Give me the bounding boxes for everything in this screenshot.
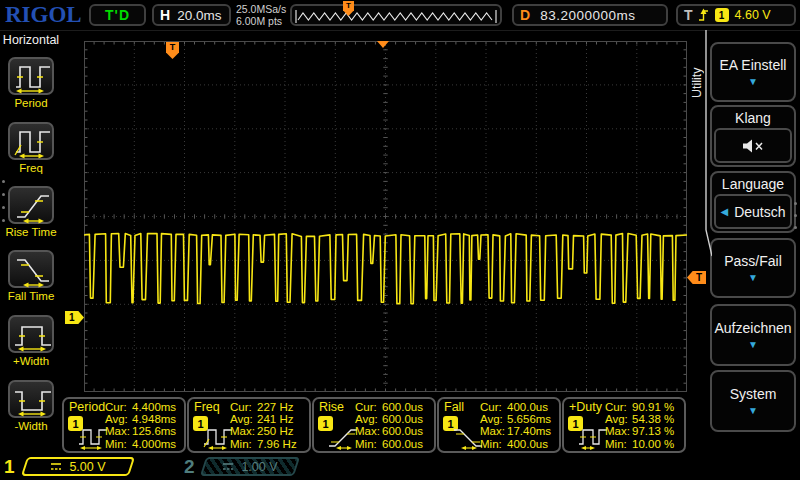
menu-scroll-dot bbox=[794, 214, 797, 217]
menu-label-pwidth: +Width bbox=[0, 355, 62, 367]
menu-scroll-dot bbox=[2, 219, 5, 222]
menu-button-system[interactable]: System ▼ bbox=[710, 370, 796, 432]
channel2-scale-value: 1.00 V bbox=[241, 460, 277, 474]
trigger-label: T bbox=[684, 7, 693, 23]
menu-button-nwidth[interactable] bbox=[8, 380, 54, 418]
left-menu-title: Horizontal bbox=[0, 33, 62, 47]
rigol-logo: RIGOL bbox=[5, 2, 82, 28]
trigger-level-value: 4.60 V bbox=[735, 8, 771, 22]
horizontal-reference-marker bbox=[377, 41, 389, 48]
measurement-stats: Cur:400.0us Avg:5.656ms Max:17.40ms Min:… bbox=[480, 401, 556, 450]
chevron-down-icon: ▼ bbox=[748, 273, 758, 283]
measurement-panel-rise: Rise 1 Cur:600.0us Avg:600.0us Max:600.0… bbox=[312, 397, 436, 453]
channel1-ground-marker[interactable]: 1 bbox=[65, 311, 84, 324]
measurement-panel-period: Period 1 Cur:4.400ms Avg:4.948ms Max:125… bbox=[62, 397, 186, 453]
menu-button-language[interactable]: Language ◀ Deutsch bbox=[710, 171, 796, 233]
memory-depth: 6.00M pts bbox=[236, 15, 286, 27]
sample-rate: 25.0MSa/s bbox=[236, 3, 286, 15]
measurement-name: Period bbox=[69, 400, 105, 414]
trigger-box: T 1 4.60 V bbox=[676, 4, 796, 26]
chevron-down-icon: ▼ bbox=[748, 77, 758, 87]
measurement-panel-fall: Fall 1 Cur:400.0us Avg:5.656ms Max:17.40… bbox=[437, 397, 561, 453]
measurement-stats: Cur:4.400ms Avg:4.948ms Max:125.6ms Min:… bbox=[105, 401, 181, 450]
plus-width-icon bbox=[10, 315, 52, 353]
measurement-name: Rise bbox=[319, 400, 344, 414]
menu-button-ea-einstell[interactable]: EA Einstell ▼ bbox=[710, 42, 796, 102]
menu-button-pwidth[interactable] bbox=[8, 315, 54, 353]
channel1-scale-value: 5.00 V bbox=[69, 460, 105, 474]
menu-label-nwidth: -Width bbox=[0, 420, 62, 432]
minus-width-icon bbox=[10, 380, 52, 418]
utility-tab-outline bbox=[686, 30, 712, 262]
measurement-stats: Cur:227 Hz Avg:241 Hz Max:250 Hz Min:7.9… bbox=[230, 401, 306, 450]
horizontal-label: H bbox=[160, 7, 170, 23]
menu-label-rise-time: Rise Time bbox=[0, 226, 62, 238]
oscilloscope-screen: RIGOL T'D H 20.0ms 25.0MSa/s 6.00M pts T… bbox=[0, 0, 800, 480]
rise-time-icon bbox=[10, 186, 52, 224]
menu-label-period: Period bbox=[0, 97, 62, 109]
menu-button-label: Klang bbox=[714, 109, 792, 128]
channel2-number[interactable]: 2 bbox=[184, 456, 195, 478]
language-select-button[interactable]: ◀ Deutsch bbox=[714, 194, 792, 229]
menu-scroll-dot bbox=[2, 206, 5, 209]
measurement-panel-freq: Freq 1 Cur:227 Hz Avg:241 Hz Max:250 Hz … bbox=[187, 397, 311, 453]
channel1-scale[interactable]: 5.00 V bbox=[21, 457, 135, 476]
language-value: Deutsch bbox=[734, 204, 785, 220]
menu-button-freq[interactable] bbox=[8, 122, 54, 160]
menu-button-period[interactable] bbox=[8, 57, 54, 95]
measurement-panel-duty: +Duty 1 Cur:90.91 % Avg:54.38 % Max:97.1… bbox=[562, 397, 686, 453]
left-softkey-menu: Horizontal Period Freq bbox=[0, 30, 62, 455]
menu-button-fall-time[interactable] bbox=[8, 250, 54, 288]
menu-button-klang[interactable]: Klang bbox=[710, 105, 796, 167]
measurement-name: Freq bbox=[194, 400, 220, 414]
menu-button-aufzeichnen[interactable]: Aufzeichnen ▼ bbox=[710, 304, 796, 366]
menu-label-fall-time: Fall Time bbox=[0, 290, 62, 302]
menu-button-label: System bbox=[730, 386, 777, 402]
timebase-value: 20.0ms bbox=[177, 8, 221, 23]
chevron-down-icon: ▼ bbox=[748, 340, 758, 350]
fall-time-icon bbox=[10, 250, 52, 288]
acquisition-info: 25.0MSa/s 6.00M pts bbox=[236, 3, 286, 27]
channel-status-bar: 1 5.00 V 2 1.00 V bbox=[0, 455, 800, 480]
measurement-stats: Cur:600.0us Avg:600.0us Max:600.0us Min:… bbox=[355, 401, 431, 450]
rising-edge-icon bbox=[697, 7, 710, 23]
status-bar: RIGOL T'D H 20.0ms 25.0MSa/s 6.00M pts T… bbox=[0, 0, 800, 31]
trigger-status-box: T'D bbox=[89, 4, 146, 26]
menu-scroll-dot bbox=[2, 180, 5, 183]
freq-icon bbox=[10, 122, 52, 160]
measurement-stats: Cur:90.91 % Avg:54.38 % Max:97.13 % Min:… bbox=[605, 401, 681, 450]
preview-waveform-icon bbox=[292, 6, 500, 24]
trigger-level-marker[interactable]: T bbox=[687, 271, 706, 284]
menu-button-pass-fail[interactable]: Pass/Fail ▼ bbox=[710, 238, 796, 298]
sound-toggle-button[interactable] bbox=[714, 128, 792, 163]
channel2-scale[interactable]: 1.00 V bbox=[200, 457, 300, 476]
measurement-name: Fall bbox=[444, 400, 464, 414]
menu-button-label: Aufzeichnen bbox=[714, 320, 791, 336]
speaker-muted-icon bbox=[740, 137, 766, 155]
menu-scroll-dot bbox=[2, 193, 5, 196]
menu-button-label: Pass/Fail bbox=[724, 253, 782, 269]
delay-value: 83.2000000ms bbox=[540, 8, 635, 23]
dc-coupling-icon bbox=[50, 462, 62, 471]
menu-scroll-dot bbox=[794, 202, 797, 205]
measurement-name: +Duty bbox=[569, 400, 602, 414]
menu-button-label: Language bbox=[714, 175, 792, 194]
chevron-down-icon: ▼ bbox=[748, 406, 758, 416]
menu-label-freq: Freq bbox=[0, 162, 62, 174]
waveform-preview bbox=[290, 4, 502, 26]
timebase-box: H 20.0ms bbox=[152, 4, 231, 26]
menu-scroll-dot bbox=[794, 226, 797, 229]
trigger-status: T'D bbox=[105, 7, 130, 23]
delay-label: D bbox=[520, 7, 530, 23]
chevron-left-icon: ◀ bbox=[720, 207, 728, 217]
menu-button-label: EA Einstell bbox=[720, 57, 787, 73]
delay-box: D 83.2000000ms bbox=[512, 4, 668, 26]
channel1-number[interactable]: 1 bbox=[4, 456, 15, 478]
menu-button-rise-time[interactable] bbox=[8, 186, 54, 224]
period-icon bbox=[10, 57, 52, 95]
dc-coupling-icon bbox=[222, 462, 234, 471]
graticule-and-waveform bbox=[84, 41, 687, 392]
trigger-source-badge: 1 bbox=[715, 8, 729, 22]
